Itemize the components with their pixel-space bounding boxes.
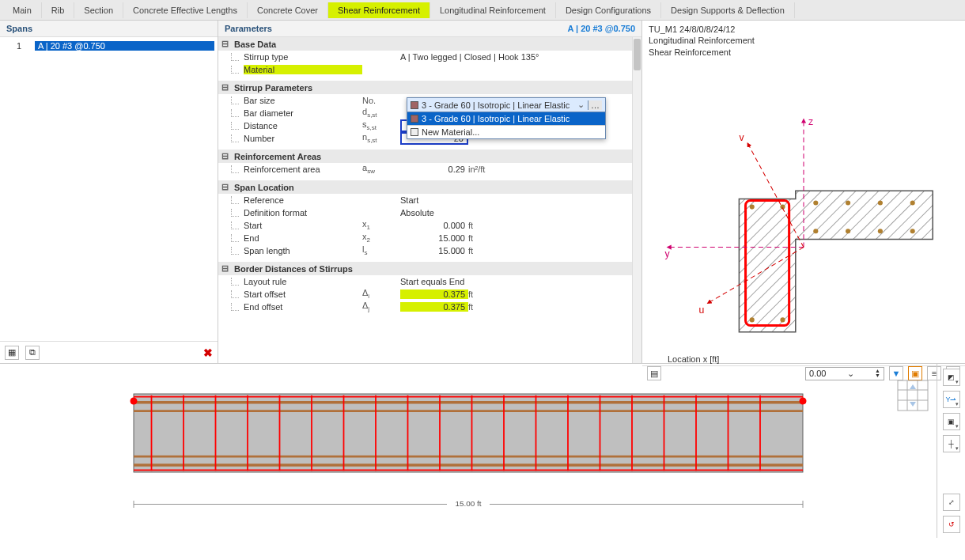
- sym-start: x1: [362, 219, 400, 231]
- svg-point-9: [910, 200, 915, 205]
- label-reinf-area: Reinforcement area: [244, 165, 362, 174]
- spans-panel: Spans 1 A | 20 #3 @0.750 ▦ ⧉ ✖: [0, 21, 218, 363]
- section-reinforcement-areas[interactable]: ⊟ Reinforcement Areas: [218, 149, 641, 163]
- tab-concrete-eff-lengths[interactable]: Concrete Effective Lengths: [123, 2, 248, 18]
- val-def-fmt: Absolute: [400, 208, 437, 218]
- tab-bar: Main Rib Section Concrete Effective Leng…: [0, 0, 965, 21]
- view-navigator-icon[interactable]: [897, 380, 929, 411]
- label-stirrup-type: Stirrup type: [244, 52, 362, 62]
- label-bar-size: Bar size: [244, 96, 362, 105]
- expand-icon[interactable]: ⤢: [943, 494, 960, 511]
- tab-shear-reinforcement[interactable]: Shear Reinforcement: [328, 2, 430, 18]
- tab-design-configurations[interactable]: Design Configurations: [556, 2, 661, 18]
- view-axes-icon[interactable]: ┼▾: [943, 435, 960, 452]
- svg-point-46: [800, 398, 807, 405]
- tab-main[interactable]: Main: [3, 2, 42, 18]
- row-end[interactable]: End x2 15.000 ft: [218, 232, 641, 244]
- beam-panel: 15.00 ft ◩▾ Y⇀▾ ▣▾ ┼▾ ⤢ ↺: [0, 364, 965, 538]
- label-def-fmt: Definition format: [244, 208, 362, 218]
- material-dropdown[interactable]: 3 - Grade 60 | Isotropic | Linear Elasti…: [407, 97, 606, 139]
- sym-distance: ss,st: [362, 119, 400, 131]
- section-span-location[interactable]: ⊟ Span Location: [218, 180, 641, 194]
- val-start: 0.000: [400, 221, 468, 230]
- view-section-icon[interactable]: ▣▾: [943, 413, 960, 430]
- row-definition-format[interactable]: Definition format Absolute: [218, 206, 641, 219]
- section-label: Stirrup Parameters: [234, 83, 312, 93]
- val-end: 15.000: [400, 233, 468, 243]
- reset-view-icon[interactable]: ↺: [943, 516, 960, 533]
- section-drawing[interactable]: z y v u: [642, 61, 965, 353]
- row-material[interactable]: Material: [218, 63, 641, 76]
- tab-design-supports-deflection[interactable]: Design Supports & Deflection: [661, 2, 795, 18]
- beam-drawing[interactable]: 15.00 ft: [0, 364, 937, 538]
- chevron-down-icon[interactable]: ⌄: [577, 100, 585, 110]
- duplicate-item-icon[interactable]: ⧉: [25, 346, 40, 360]
- collapse-icon[interactable]: ⊟: [221, 263, 231, 274]
- label-span-length: Span length: [244, 246, 362, 255]
- svg-point-6: [813, 200, 818, 205]
- new-item-icon[interactable]: ▦: [5, 346, 19, 360]
- collapse-icon[interactable]: ⊟: [221, 151, 231, 161]
- collapse-icon[interactable]: ⊟: [221, 39, 231, 49]
- label-distance: Distance: [244, 121, 362, 131]
- row-end-offset[interactable]: End offset Δj 0.375 ft: [218, 301, 641, 313]
- sym-bar-size: No.: [362, 96, 400, 105]
- axis-y: y: [665, 248, 671, 259]
- row-reference[interactable]: Reference Start: [218, 194, 641, 206]
- section-border-distances[interactable]: ⊟ Border Distances of Stirrups: [218, 262, 641, 275]
- value-stirrup-type: A | Two legged | Closed | Hook 135°: [400, 52, 542, 62]
- material-option-highlighted[interactable]: 3 - Grade 60 | Isotropic | Linear Elasti…: [407, 112, 605, 125]
- label-reference: Reference: [244, 195, 362, 205]
- ellipsis-icon[interactable]: …: [588, 100, 602, 110]
- unit-end-offset: ft: [468, 302, 500, 312]
- tab-section[interactable]: Section: [74, 2, 123, 18]
- section-stirrup-parameters[interactable]: ⊟ Stirrup Parameters: [218, 81, 641, 94]
- collapse-icon[interactable]: ⊟: [221, 82, 231, 93]
- view-side-toolbar: ◩▾ Y⇀▾ ▣▾ ┼▾ ⤢ ↺: [937, 364, 965, 538]
- sym-end-offset: Δj: [362, 301, 400, 312]
- span-row[interactable]: 1 A | 20 #3 @0.750: [3, 39, 214, 53]
- material-swatch-icon: [411, 115, 418, 123]
- scrollbar[interactable]: [632, 37, 641, 363]
- row-stirrup-type[interactable]: Stirrup type A | Two legged | Closed | H…: [218, 51, 641, 63]
- spans-list[interactable]: 1 A | 20 #3 @0.750: [0, 37, 218, 341]
- unit-span-length: ft: [468, 246, 500, 255]
- tab-longitudinal-reinforcement[interactable]: Longitudinal Reinforcement: [430, 2, 556, 18]
- parameters-breadcrumb: A | 20 #3 @0.750: [567, 24, 635, 33]
- section-label: Span Location: [234, 183, 294, 192]
- span-desc: A | 20 #3 @0.750: [35, 41, 214, 51]
- axis-u: u: [698, 305, 704, 316]
- section-panel: TU_M1 24/8/0/8/24/12 Longitudinal Reinfo…: [642, 21, 965, 363]
- unit-reinf-area: in²/ft: [468, 165, 500, 174]
- span-index: 1: [3, 41, 35, 51]
- section-shear-reinf: Shear Reinforcement: [649, 47, 959, 58]
- tab-rib[interactable]: Rib: [42, 2, 75, 18]
- view-y-icon[interactable]: Y⇀▾: [943, 391, 960, 408]
- unit-start: ft: [468, 221, 500, 230]
- row-start-offset[interactable]: Start offset Δi 0.375 ft: [218, 288, 641, 301]
- row-reinforcement-area[interactable]: Reinforcement area asw 0.29 in²/ft: [218, 163, 641, 176]
- section-base-data[interactable]: ⊟ Base Data: [218, 37, 641, 51]
- tab-concrete-cover[interactable]: Concrete Cover: [248, 2, 328, 18]
- section-label: Reinforcement Areas: [234, 152, 321, 161]
- collapse-icon[interactable]: ⊟: [221, 182, 231, 192]
- label-end-offset: End offset: [244, 302, 362, 312]
- label-material: Material: [244, 65, 362, 74]
- parameters-panel: Parameters A | 20 #3 @0.750 ⊟ Base Data …: [218, 21, 642, 363]
- row-span-length[interactable]: Span length ls 15.000 ft: [218, 244, 641, 257]
- view-3d-icon[interactable]: ◩▾: [943, 369, 960, 386]
- val-reinf-area: 0.29: [400, 165, 468, 174]
- svg-point-11: [846, 229, 850, 233]
- svg-point-8: [878, 200, 883, 205]
- row-start[interactable]: Start x1 0.000 ft: [218, 219, 641, 232]
- val-start-offset: 0.375: [400, 289, 468, 299]
- svg-point-5: [780, 317, 785, 322]
- svg-point-4: [750, 317, 755, 322]
- delete-icon[interactable]: ✖: [203, 346, 213, 359]
- svg-point-13: [910, 229, 915, 233]
- row-layout-rule[interactable]: Layout rule Start equals End: [218, 275, 641, 288]
- material-new[interactable]: New Material...: [407, 125, 605, 138]
- svg-rect-18: [134, 394, 803, 472]
- label-layout-rule: Layout rule: [244, 277, 362, 286]
- material-selected[interactable]: 3 - Grade 60 | Isotropic | Linear Elasti…: [407, 98, 605, 112]
